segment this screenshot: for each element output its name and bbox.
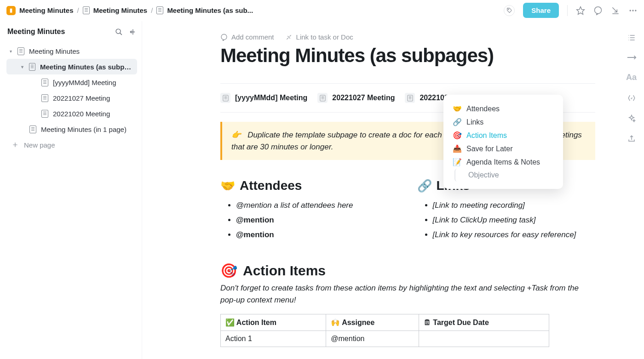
font-style-icon[interactable]: Aa — [626, 73, 637, 82]
sidebar-item-label: Meeting Minutes (in 1 page) — [41, 125, 126, 133]
toc-item[interactable]: 🤝Attendees — [448, 102, 558, 115]
doc-icon — [156, 6, 163, 14]
table-row[interactable]: Action 1@mention — [221, 331, 549, 347]
table-header: 🙌 Assignee — [326, 314, 419, 331]
toc-item[interactable]: 🔗Links — [448, 115, 558, 129]
action-items-subtext[interactable]: Don't forget to create tasks from these … — [220, 282, 595, 306]
sidebar-item[interactable]: [yyyyMMdd] Meeting — [6, 74, 137, 90]
list-item[interactable]: @mention — [236, 213, 399, 227]
svg-point-2 — [595, 6, 602, 13]
sidebar-item-label: Meeting Minutes — [29, 47, 80, 55]
table-of-contents-popup: 🤝Attendees🔗Links🎯Action Items📥Save for L… — [443, 95, 563, 189]
list-item[interactable]: [Link to ClickUp meeting task] — [433, 213, 596, 227]
search-icon[interactable] — [115, 28, 123, 36]
page-title[interactable]: Meeting Minutes (as subpages) — [220, 45, 595, 67]
doc-icon — [83, 6, 90, 14]
download-icon[interactable] — [611, 6, 620, 15]
doc-icon — [317, 93, 328, 103]
focus-mode-icon[interactable] — [627, 94, 636, 103]
attendees-heading[interactable]: Attendees — [240, 178, 302, 193]
handshake-icon: 🤝 — [220, 179, 235, 193]
doc-icon — [41, 110, 48, 118]
svg-point-7 — [221, 34, 227, 40]
action-items-table[interactable]: ✅ Action Item🙌 Assignee🗓 Target Due Date… — [220, 314, 549, 347]
table-header: ✅ Action Item — [221, 314, 326, 331]
tag-icon[interactable] — [504, 5, 515, 16]
toc-item[interactable]: 🎯Action Items — [448, 129, 558, 142]
new-page-button[interactable]: New page — [6, 137, 137, 153]
toc-item[interactable]: 📥Save for Later — [448, 142, 558, 155]
sidebar-item[interactable]: 20221020 Meeting — [6, 106, 137, 121]
comment-icon[interactable] — [593, 6, 603, 15]
sidebar-item[interactable]: Meeting Minutes (in 1 page) — [6, 121, 137, 137]
chevron-down-icon[interactable]: ▾ — [20, 64, 24, 69]
right-rail: Aa — [618, 21, 644, 359]
sidebar-item[interactable]: 20221027 Meeting — [6, 90, 137, 106]
sidebar-item[interactable]: ▾Meeting Minutes (as subpages) — [6, 59, 137, 74]
ai-icon[interactable] — [627, 114, 636, 123]
doc-icon — [29, 63, 35, 71]
svg-point-5 — [635, 10, 636, 11]
list-item[interactable]: @mention a list of attendees here — [236, 199, 399, 212]
export-icon[interactable] — [627, 135, 636, 143]
sidebar-item-label: Meeting Minutes (as subpages) — [40, 63, 133, 71]
document-main: Add comment Link to task or Doc Meeting … — [142, 21, 618, 359]
doc-icon — [17, 47, 24, 55]
svg-point-4 — [632, 10, 633, 11]
space-icon[interactable]: ▮ — [6, 6, 16, 15]
share-button[interactable]: Share — [523, 3, 559, 18]
doc-icon — [41, 79, 48, 86]
toc-item[interactable]: 📝Agenda Items & Notes — [448, 155, 558, 169]
doc-icon — [220, 93, 230, 103]
sidebar-item-label: 20221020 Meeting — [53, 110, 110, 118]
more-icon[interactable] — [628, 6, 638, 15]
add-comment-button[interactable]: Add comment — [220, 33, 274, 41]
action-items-heading[interactable]: Action Items — [243, 263, 326, 279]
toc-sub-item[interactable]: Objective — [454, 169, 558, 182]
star-icon[interactable] — [576, 6, 585, 15]
svg-marker-1 — [577, 6, 585, 14]
collapse-sidebar-icon[interactable] — [128, 28, 136, 36]
pointing-right-icon: 👉 — [231, 131, 241, 139]
svg-point-6 — [116, 29, 121, 34]
breadcrumb-1[interactable]: Meeting Minutes — [93, 6, 148, 14]
collapse-content-icon[interactable] — [627, 54, 637, 61]
chevron-down-icon[interactable]: ▾ — [8, 49, 13, 54]
target-icon: 🎯 — [220, 262, 237, 279]
doc-icon — [29, 125, 36, 133]
new-page-label: New page — [24, 141, 55, 149]
breadcrumb-0[interactable]: Meeting Minutes — [19, 6, 74, 14]
toc-icon[interactable] — [627, 33, 636, 42]
svg-point-0 — [508, 9, 509, 10]
sidebar-item-label: [yyyyMMdd] Meeting — [53, 79, 116, 86]
sidebar: Meeting Minutes ▾Meeting Minutes▾Meeting… — [0, 21, 142, 359]
svg-point-3 — [630, 10, 631, 11]
link-task-button[interactable]: Link to task or Doc — [285, 33, 353, 41]
topbar: ▮ Meeting Minutes / Meeting Minutes / Me… — [0, 0, 644, 21]
table-header: 🗓 Target Due Date — [419, 314, 549, 331]
sidebar-item[interactable]: ▾Meeting Minutes — [6, 43, 137, 59]
list-item[interactable]: [Link to key resources for easy referenc… — [433, 228, 596, 242]
doc-icon — [41, 94, 48, 102]
sidebar-item-label: 20221027 Meeting — [53, 94, 110, 102]
subpage-chip[interactable]: 20221027 Meeting — [317, 93, 395, 103]
link-icon: 🔗 — [417, 179, 432, 193]
subpage-chip[interactable]: [yyyyMMdd] Meeting — [220, 93, 307, 103]
list-item[interactable]: @mention — [236, 228, 399, 242]
list-item[interactable]: [Link to meeting recording] — [433, 199, 596, 212]
sidebar-title: Meeting Minutes — [7, 28, 65, 36]
breadcrumb-2[interactable]: Meeting Minutes (as sub... — [167, 6, 253, 14]
doc-icon — [405, 93, 415, 103]
